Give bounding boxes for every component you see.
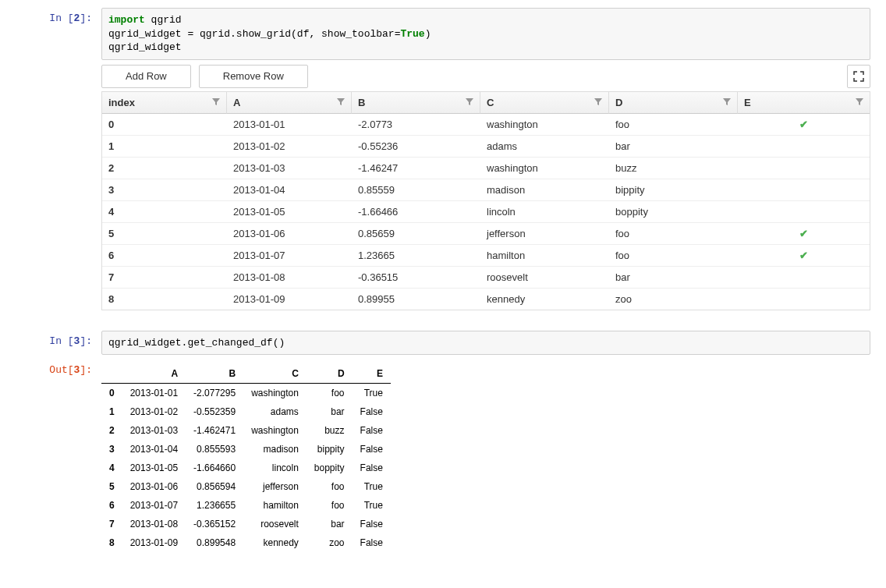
check-icon: ✔ bbox=[799, 250, 808, 261]
table-cell[interactable]: kennedy bbox=[480, 289, 609, 310]
table-cell[interactable]: buzz bbox=[609, 158, 738, 179]
table-cell[interactable]: -0.36515 bbox=[352, 267, 480, 288]
table-row[interactable]: 42013-01-05-1.66466lincolnboppity bbox=[102, 201, 870, 223]
table-cell[interactable]: 2013-01-06 bbox=[227, 223, 352, 244]
code-line3: qgrid_widget bbox=[108, 41, 182, 53]
table-row[interactable]: 72013-01-08-0.36515rooseveltbar bbox=[102, 267, 870, 289]
table-cell[interactable]: lincoln bbox=[480, 201, 609, 222]
df-col-header: C bbox=[243, 364, 307, 384]
table-cell-e[interactable] bbox=[738, 136, 870, 157]
filter-icon[interactable] bbox=[466, 97, 473, 108]
col-index[interactable]: index bbox=[102, 92, 227, 114]
table-cell[interactable]: madison bbox=[480, 179, 609, 200]
table-cell[interactable]: 1 bbox=[102, 136, 227, 157]
table-cell[interactable]: 2013-01-02 bbox=[227, 136, 352, 157]
df-index: 8 bbox=[101, 533, 122, 552]
code-line2a: qgrid_widget = qgrid.show_grid(df, show_… bbox=[108, 28, 400, 40]
table-cell[interactable]: boppity bbox=[609, 201, 738, 222]
table-cell[interactable]: bar bbox=[609, 267, 738, 288]
filter-icon[interactable] bbox=[212, 97, 220, 108]
code-input-2[interactable]: import qgrid qgrid_widget = qgrid.show_g… bbox=[101, 8, 870, 60]
table-cell[interactable]: foo bbox=[609, 114, 738, 135]
code-input-3[interactable]: qgrid_widget.get_changed_df() bbox=[101, 331, 870, 356]
df-cell: washington bbox=[243, 421, 307, 440]
col-d[interactable]: D bbox=[609, 92, 738, 114]
table-cell[interactable]: roosevelt bbox=[480, 267, 609, 288]
df-cell: False bbox=[353, 402, 391, 421]
table-cell[interactable]: 2 bbox=[102, 158, 227, 179]
table-cell-e[interactable] bbox=[738, 201, 870, 222]
table-cell[interactable]: 2013-01-04 bbox=[227, 179, 352, 200]
table-cell[interactable]: foo bbox=[609, 245, 738, 266]
table-cell[interactable]: 2013-01-09 bbox=[227, 289, 352, 310]
table-cell[interactable]: 2013-01-08 bbox=[227, 267, 352, 288]
table-cell[interactable]: -2.0773 bbox=[352, 114, 480, 135]
table-cell[interactable]: adams bbox=[480, 136, 609, 157]
col-c[interactable]: C bbox=[480, 92, 609, 114]
table-cell-e[interactable]: ✔ bbox=[738, 114, 870, 135]
col-label: A bbox=[233, 97, 240, 108]
table-row[interactable]: 22013-01-03-1.46247washingtonbuzz bbox=[102, 158, 870, 179]
df-cell: 2013-01-06 bbox=[122, 477, 186, 496]
prompt-close: ]: bbox=[80, 364, 92, 376]
table-row[interactable]: 02013-01-01-2.0773washingtonfoo✔ bbox=[102, 114, 870, 136]
table-cell-e[interactable]: ✔ bbox=[738, 223, 870, 244]
col-e[interactable]: E bbox=[738, 92, 870, 114]
filter-icon[interactable] bbox=[337, 97, 345, 108]
table-cell[interactable]: 7 bbox=[102, 267, 227, 288]
table-cell-e[interactable] bbox=[738, 158, 870, 179]
table-cell[interactable]: 5 bbox=[102, 223, 227, 244]
table-cell[interactable]: bippity bbox=[609, 179, 738, 200]
table-cell[interactable]: 3 bbox=[102, 179, 227, 200]
filter-icon[interactable] bbox=[856, 97, 863, 108]
table-cell[interactable]: washington bbox=[480, 158, 609, 179]
df-cell: lincoln bbox=[243, 459, 307, 477]
df-index: 0 bbox=[101, 384, 122, 403]
table-cell[interactable]: 0.89955 bbox=[352, 289, 480, 310]
table-cell[interactable]: 0.85659 bbox=[352, 223, 480, 244]
table-cell[interactable]: 4 bbox=[102, 201, 227, 222]
df-col-header: A bbox=[122, 364, 186, 384]
table-cell[interactable]: 6 bbox=[102, 245, 227, 266]
table-row[interactable]: 52013-01-060.85659jeffersonfoo✔ bbox=[102, 223, 870, 245]
table-cell[interactable]: 0 bbox=[102, 114, 227, 135]
df-body: 02013-01-01-2.077295washingtonfooTrue120… bbox=[101, 384, 391, 553]
table-cell[interactable]: 2013-01-03 bbox=[227, 158, 352, 179]
table-cell[interactable]: 0.85559 bbox=[352, 179, 480, 200]
table-row[interactable]: 62013-01-071.23665hamiltonfoo✔ bbox=[102, 245, 870, 267]
table-cell[interactable]: 8 bbox=[102, 289, 227, 310]
table-row[interactable]: 32013-01-040.85559madisonbippity bbox=[102, 179, 870, 201]
table-cell[interactable]: -0.55236 bbox=[352, 136, 480, 157]
table-cell[interactable]: bar bbox=[609, 136, 738, 157]
df-cell: 1.236655 bbox=[186, 496, 243, 515]
table-cell[interactable]: jefferson bbox=[480, 223, 609, 244]
table-cell[interactable]: -1.66466 bbox=[352, 201, 480, 222]
table-cell[interactable]: 2013-01-01 bbox=[227, 114, 352, 135]
remove-row-button[interactable]: Remove Row bbox=[199, 65, 308, 88]
col-b[interactable]: B bbox=[352, 92, 480, 114]
table-cell-e[interactable] bbox=[738, 289, 870, 310]
qgrid-table[interactable]: index A B C D E 02013-01-01-2.0773washin… bbox=[101, 91, 870, 310]
df-row: 62013-01-071.236655hamiltonfooTrue bbox=[101, 496, 391, 515]
table-cell[interactable]: -1.46247 bbox=[352, 158, 480, 179]
table-cell-e[interactable] bbox=[738, 179, 870, 200]
filter-icon[interactable] bbox=[594, 97, 602, 108]
table-cell[interactable]: 2013-01-05 bbox=[227, 201, 352, 222]
table-row[interactable]: 82013-01-090.89955kennedyzoo bbox=[102, 289, 870, 310]
table-cell[interactable]: zoo bbox=[609, 289, 738, 310]
table-row[interactable]: 12013-01-02-0.55236adamsbar bbox=[102, 136, 870, 158]
table-cell-e[interactable]: ✔ bbox=[738, 245, 870, 266]
table-cell[interactable]: washington bbox=[480, 114, 609, 135]
df-cell: False bbox=[353, 515, 391, 533]
table-cell[interactable]: 2013-01-07 bbox=[227, 245, 352, 266]
df-cell: -2.077295 bbox=[186, 384, 243, 403]
table-cell[interactable]: hamilton bbox=[480, 245, 609, 266]
table-cell[interactable]: 1.23665 bbox=[352, 245, 480, 266]
table-cell[interactable]: foo bbox=[609, 223, 738, 244]
filter-icon[interactable] bbox=[723, 97, 731, 108]
table-cell-e[interactable] bbox=[738, 267, 870, 288]
fullscreen-button[interactable] bbox=[847, 65, 870, 88]
df-cell: bar bbox=[307, 402, 353, 421]
add-row-button[interactable]: Add Row bbox=[101, 65, 191, 88]
col-a[interactable]: A bbox=[227, 92, 352, 114]
